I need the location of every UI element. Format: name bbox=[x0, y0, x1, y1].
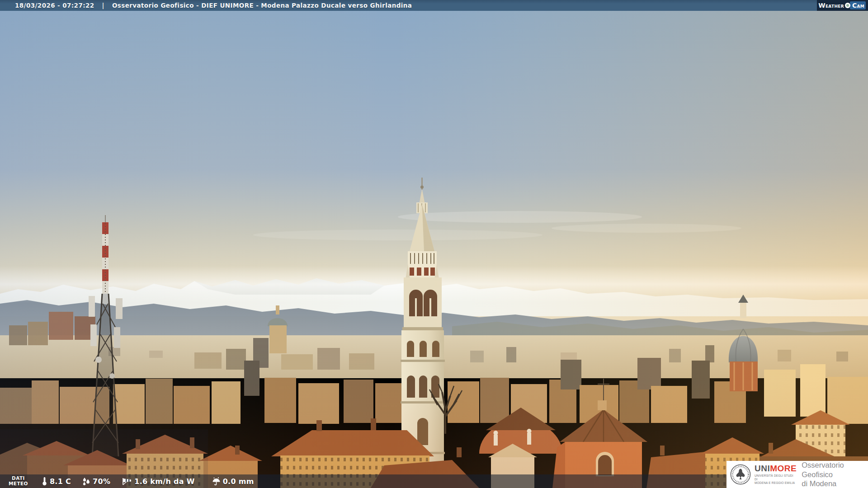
rain-reading: 0.0 mm bbox=[212, 477, 254, 486]
observatory-name: Osservatorio Geofisico di Modena bbox=[802, 460, 868, 488]
dati-meteo-label: DATI METEO bbox=[9, 476, 28, 486]
unimore-crest-icon bbox=[730, 464, 751, 485]
thermometer-icon bbox=[42, 477, 47, 486]
wind-value: 1.6 km/h da W bbox=[134, 477, 194, 486]
webcam-frame: 18/03/2026 - 07:27:22 | Osservatorio Geo… bbox=[0, 0, 868, 488]
datetime-text: 18/03/2026 - 07:27:22 bbox=[15, 2, 94, 9]
windsock-icon bbox=[121, 477, 132, 486]
unimore-brand: UNIMORE UNIVERSITÀ DEGLI STUDI DI MODENA… bbox=[755, 464, 797, 485]
temperature-value: 8.1 C bbox=[50, 477, 71, 486]
weathercam-logo: Weather Cam bbox=[817, 0, 868, 11]
separator: | bbox=[102, 2, 104, 9]
umbrella-icon bbox=[212, 477, 221, 486]
weathercam-cam-text: Cam bbox=[850, 1, 866, 9]
temperature-reading: 8.1 C bbox=[42, 477, 71, 486]
unimore-subtitle: UNIVERSITÀ DEGLI STUDI DI MODENA E REGGI… bbox=[755, 474, 797, 485]
unimore-logo-panel: UNIMORE UNIVERSITÀ DEGLI STUDI DI MODENA… bbox=[726, 461, 868, 488]
wind-reading: 1.6 km/h da W bbox=[121, 477, 194, 486]
title-bar: 18/03/2026 - 07:27:22 | Osservatorio Geo… bbox=[0, 0, 868, 11]
humidity-icon bbox=[82, 477, 90, 486]
humidity-reading: 70% bbox=[82, 477, 110, 486]
webcam-photo-modena-skyline bbox=[0, 0, 868, 488]
rain-value: 0.0 mm bbox=[223, 477, 254, 486]
weathercam-dot-icon bbox=[845, 3, 850, 8]
weathercam-weather-text: Weather bbox=[818, 2, 844, 9]
humidity-value: 70% bbox=[93, 477, 110, 486]
webcam-title: Osservatorio Geofisico - DIEF UNIMORE - … bbox=[112, 2, 412, 9]
unimore-wordmark: UNIMORE bbox=[755, 464, 797, 473]
